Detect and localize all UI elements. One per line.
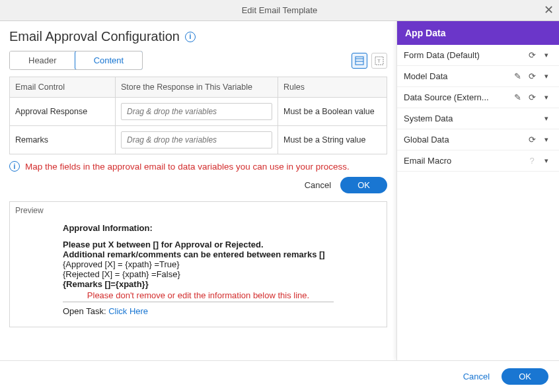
cancel-button[interactable]: Cancel — [305, 180, 331, 190]
col-response-variable: Store the Response in This Variable — [116, 77, 278, 98]
table-row: Approval Response Must be a Boolean valu… — [10, 98, 387, 126]
refresh-icon[interactable]: ⟳ — [526, 71, 538, 81]
text-view-icon[interactable]: T — [371, 53, 387, 69]
page-title-text: Email Approval Configuration — [9, 29, 180, 44]
chevron-down-icon[interactable]: ▾ — [540, 51, 552, 59]
chevron-down-icon[interactable]: ▾ — [540, 114, 552, 123]
left-pane: Email Approval Configuration i Header Co… — [0, 21, 396, 360]
hint-message: i Map the fields in the approval email t… — [9, 161, 387, 172]
tab-group: Header Content — [9, 51, 143, 70]
panel-item-label: Global Data — [404, 135, 523, 145]
ok-button[interactable]: OK — [340, 177, 387, 193]
preview-warning: Please don't remove or edit the informat… — [63, 290, 334, 300]
panel-item-form-data[interactable]: Form Data (Default) ⟳ ▾ — [397, 45, 559, 66]
refresh-icon[interactable]: ⟳ — [526, 50, 538, 60]
main-area: Email Approval Configuration i Header Co… — [0, 21, 559, 360]
panel-item-label: System Data — [404, 114, 538, 123]
chevron-down-icon[interactable]: ▾ — [540, 72, 552, 81]
variable-mapping-table: Email Control Store the Response in This… — [9, 77, 387, 154]
refresh-icon[interactable]: ⟳ — [526, 135, 538, 145]
approval-response-input[interactable] — [121, 103, 272, 120]
footer-cancel-button[interactable]: Cancel — [463, 372, 490, 381]
panel-item-model-data[interactable]: Model Data ✎ ⟳ ▾ — [397, 66, 559, 87]
preview-heading: Approval Information: — [63, 223, 334, 233]
footer-ok-button[interactable]: OK — [502, 368, 548, 385]
preview-line: Please put X between [] for Approval or … — [63, 240, 334, 249]
preview-box: Preview Approval Information: Please put… — [9, 201, 387, 327]
panel-item-label: Data Source (Extern... — [404, 92, 509, 102]
preview-body: Approval Information: Please put X betwe… — [10, 219, 387, 327]
row-rule: Must be a String value — [278, 126, 387, 154]
svg-text:T: T — [377, 58, 381, 64]
col-email-control: Email Control — [10, 77, 116, 98]
preview-line: {Approved [X] = {xpath} =True} — [63, 259, 334, 269]
panel-item-label: Email Macro — [404, 156, 523, 166]
col-rules: Rules — [278, 77, 387, 98]
preview-line: Additional remark/comments can be entere… — [63, 249, 334, 259]
hint-text: Map the fields in the approval email to … — [25, 162, 350, 172]
panel-item-data-source[interactable]: Data Source (Extern... ✎ ⟳ ▾ — [397, 87, 559, 108]
page-title: Email Approval Configuration i — [9, 29, 196, 44]
panel-item-label: Form Data (Default) — [404, 50, 523, 60]
panel-item-system-data[interactable]: System Data ▾ — [397, 108, 559, 129]
row-label: Approval Response — [10, 98, 116, 126]
preview-task-line: Open Task: Click Here — [63, 306, 334, 316]
dialog-footer: Cancel OK — [0, 360, 559, 392]
edit-icon[interactable]: ✎ — [511, 71, 523, 81]
panel-item-label: Model Data — [404, 71, 509, 81]
close-icon[interactable]: ✕ — [544, 4, 554, 16]
tab-header[interactable]: Header — [10, 51, 75, 69]
help-icon[interactable]: ? — [526, 156, 538, 166]
table-row: Remarks Must be a String value — [10, 126, 387, 154]
chevron-down-icon[interactable]: ▾ — [540, 93, 552, 102]
app-data-panel: App Data Form Data (Default) ⟳ ▾ Model D… — [396, 21, 559, 360]
preview-label: Preview — [10, 202, 387, 219]
modal-header: Edit Email Template ✕ — [0, 0, 559, 21]
tabs-row: Header Content T — [9, 51, 387, 70]
open-task-link[interactable]: Click Here — [108, 306, 148, 316]
row-rule: Must be a Boolean value — [278, 98, 387, 126]
inner-actions: Cancel OK — [9, 177, 387, 193]
refresh-icon[interactable]: ⟳ — [526, 92, 538, 102]
remarks-input[interactable] — [121, 131, 272, 148]
svg-rect-0 — [355, 57, 363, 65]
info-icon[interactable]: i — [185, 32, 196, 42]
modal-title: Edit Email Template — [242, 5, 318, 15]
preview-line: {Remarks []={xpath}} — [63, 279, 334, 289]
info-icon: i — [9, 161, 20, 172]
panel-title: App Data — [397, 21, 559, 45]
task-prefix: Open Task: — [63, 306, 108, 316]
chevron-down-icon[interactable]: ▾ — [540, 156, 552, 165]
preview-line: {Rejected [X] = {xpath} =False} — [63, 269, 334, 279]
row-label: Remarks — [10, 126, 116, 154]
panel-item-global-data[interactable]: Global Data ⟳ ▾ — [397, 129, 559, 150]
divider — [63, 302, 334, 302]
chevron-down-icon[interactable]: ▾ — [540, 135, 552, 144]
panel-item-email-macro[interactable]: Email Macro ? ▾ — [397, 150, 559, 172]
form-view-icon[interactable] — [352, 53, 367, 69]
edit-icon[interactable]: ✎ — [511, 92, 523, 102]
tab-content[interactable]: Content — [75, 51, 143, 70]
